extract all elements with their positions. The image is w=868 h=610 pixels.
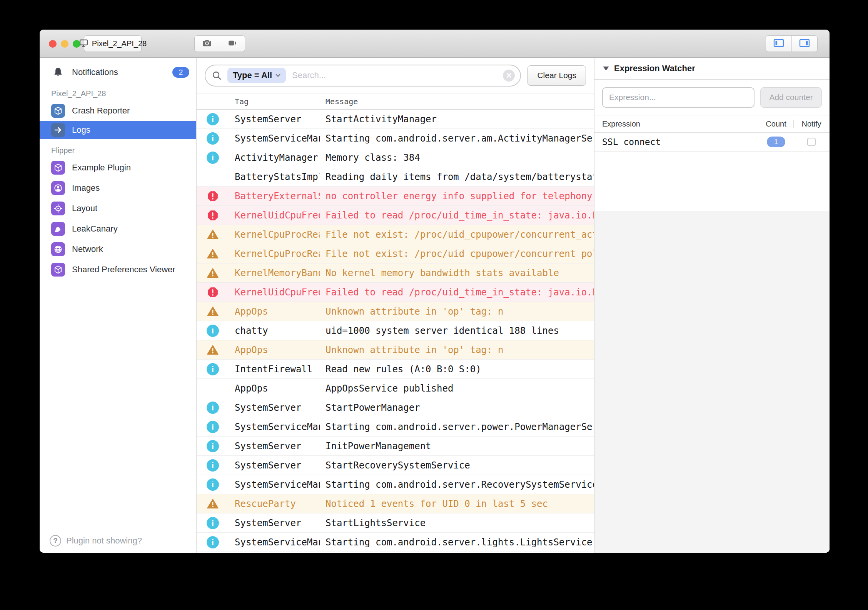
sidebar-item-notifications[interactable]: Notifications 2 bbox=[40, 62, 196, 82]
log-row[interactable]: i IntentFirewall Read new rules (A:0 B:0… bbox=[197, 360, 594, 379]
toggle-right-panel-button[interactable] bbox=[791, 36, 817, 52]
type-filter-chip[interactable]: Type = All bbox=[227, 68, 286, 83]
minimize-window-button[interactable] bbox=[61, 40, 68, 48]
info-icon: i bbox=[197, 421, 229, 433]
watcher-empty-space bbox=[594, 152, 830, 211]
sidebar-item-images[interactable]: Images bbox=[40, 178, 196, 198]
log-row[interactable]: i SystemServiceManager Starting com.andr… bbox=[197, 129, 594, 148]
log-message: StartActivityManager bbox=[320, 114, 594, 125]
sidebar-item-label: Example Plugin bbox=[72, 163, 131, 173]
log-row[interactable]: BatteryExternalStatsWorker no controller… bbox=[197, 187, 594, 206]
traffic-lights bbox=[49, 40, 80, 48]
log-tag: AppOps bbox=[229, 306, 320, 317]
device-selector-button[interactable]: Pixel_2_API_28 bbox=[84, 35, 142, 52]
log-tag: chatty bbox=[229, 325, 320, 336]
log-tag: IntentFirewall bbox=[229, 364, 320, 375]
log-row[interactable]: i SystemServer StartRecoverySystemServic… bbox=[197, 456, 594, 475]
monitor-icon bbox=[79, 38, 88, 50]
log-message: Reading daily items from /data/system/ba… bbox=[320, 172, 594, 182]
bird-icon bbox=[51, 222, 65, 236]
globe-icon bbox=[51, 242, 65, 256]
log-tag: SystemServiceManager bbox=[229, 537, 320, 548]
sidebar-item-logs[interactable]: Logs bbox=[40, 121, 196, 139]
cube-icon bbox=[51, 161, 65, 175]
log-row[interactable]: AppOps Unknown attribute in 'op' tag: n bbox=[197, 340, 594, 360]
clear-logs-button[interactable]: Clear Logs bbox=[527, 65, 586, 86]
log-row[interactable]: i SystemServiceManager Starting com.andr… bbox=[197, 475, 594, 494]
log-message: Failed to read /proc/uid_time_in_state: … bbox=[320, 210, 594, 221]
log-message: uid=1000 system_server identical 188 lin… bbox=[320, 325, 594, 336]
capture-controls bbox=[194, 35, 245, 52]
warning-icon bbox=[197, 306, 229, 317]
log-row[interactable]: AppOps AppOpsService published bbox=[197, 379, 594, 398]
search-box[interactable]: Type = All bbox=[205, 65, 521, 87]
sidebar-item-label: Notifications bbox=[72, 67, 118, 77]
log-tag: SystemServer bbox=[229, 460, 320, 471]
warning-icon bbox=[197, 267, 229, 279]
log-row[interactable]: KernelCpuProcReader File not exist: /pro… bbox=[197, 225, 594, 244]
log-row[interactable]: AppOps Unknown attribute in 'op' tag: n bbox=[197, 302, 594, 321]
log-message: Noticed 1 events for UID 0 in last 5 sec bbox=[320, 498, 594, 509]
log-row[interactable]: i SystemServer StartLightsService bbox=[197, 513, 594, 533]
log-row[interactable]: KernelUidCpuFreqTimeReader Failed to rea… bbox=[197, 283, 594, 302]
sidebar-item-leakcanary[interactable]: LeakCanary bbox=[40, 218, 196, 239]
log-row[interactable]: KernelUidCpuFreqTimeReader Failed to rea… bbox=[197, 206, 594, 225]
log-tag: KernelUidCpuFreqTimeReader bbox=[229, 210, 320, 221]
right-panel-empty-area bbox=[594, 211, 830, 553]
sidebar-item-example-plugin[interactable]: Example Plugin bbox=[40, 157, 196, 178]
warning-icon bbox=[197, 229, 229, 240]
log-row[interactable]: RescueParty Noticed 1 events for UID 0 i… bbox=[197, 494, 594, 513]
expression-input[interactable] bbox=[602, 87, 754, 108]
camera-icon bbox=[202, 38, 212, 50]
sidebar-item-crash-reporter[interactable]: Crash Reporter bbox=[40, 100, 196, 121]
log-tag: KernelMemoryBandwidthStats bbox=[229, 268, 320, 278]
screenshot-button[interactable] bbox=[195, 36, 220, 52]
close-window-button[interactable] bbox=[49, 40, 57, 48]
info-icon: i bbox=[197, 536, 229, 548]
video-camera-icon bbox=[227, 38, 237, 50]
log-tag: SystemServiceManager bbox=[229, 133, 320, 144]
expression-watcher-header[interactable]: Expression Watcher bbox=[594, 58, 830, 80]
watcher-row[interactable]: SSL_connect 1 bbox=[594, 133, 830, 152]
log-row[interactable]: i ActivityManager Memory class: 384 bbox=[197, 148, 594, 167]
search-input[interactable] bbox=[291, 70, 497, 81]
warning-icon bbox=[197, 248, 229, 260]
log-message: StartRecoverySystemService bbox=[320, 460, 594, 471]
log-tag: SystemServer bbox=[229, 441, 320, 452]
log-message: StartLightsService bbox=[320, 518, 594, 528]
plugin-help-link[interactable]: ? Plugin not showing? bbox=[50, 535, 142, 547]
chevron-down-icon bbox=[275, 74, 280, 77]
add-counter-button[interactable]: Add counter bbox=[760, 87, 822, 108]
log-tag: RescueParty bbox=[229, 498, 320, 509]
log-tag: KernelCpuProcReader bbox=[229, 248, 320, 259]
log-message: Starting com.android.server.am.ActivityM… bbox=[320, 133, 594, 144]
log-tag: SystemServer bbox=[229, 114, 320, 125]
log-row[interactable]: i SystemServiceManager Starting com.andr… bbox=[197, 533, 594, 552]
log-row[interactable]: KernelCpuProcReader File not exist: /pro… bbox=[197, 244, 594, 263]
flipper-window: Pixel_2_API_28 bbox=[40, 30, 830, 553]
log-row[interactable]: i SystemServer StartPowerManager bbox=[197, 398, 594, 417]
log-header-message: Message bbox=[320, 97, 594, 106]
log-message: File not exist: /proc/uid_cpupower/concu… bbox=[320, 248, 594, 259]
log-row[interactable]: i SystemServer InitPowerManagement bbox=[197, 437, 594, 456]
log-message: Starting com.android.server.power.PowerM… bbox=[320, 422, 594, 432]
sidebar-item-shared-preferences[interactable]: Shared Preferences Viewer bbox=[40, 259, 196, 280]
toggle-left-panel-button[interactable] bbox=[766, 36, 791, 52]
log-tag: SystemServer bbox=[229, 402, 320, 413]
log-row[interactable]: KernelMemoryBandwidthStats No kernel mem… bbox=[197, 263, 594, 283]
notify-checkbox[interactable] bbox=[807, 138, 816, 146]
watcher-table-header: Expression Count Notify bbox=[594, 115, 830, 133]
sidebar-item-network[interactable]: Network bbox=[40, 239, 196, 259]
log-table-body: i SystemServer StartActivityManager i Sy… bbox=[197, 110, 594, 553]
clear-search-icon[interactable] bbox=[503, 70, 515, 82]
watcher-header-notify: Notify bbox=[793, 115, 830, 132]
sidebar-item-layout[interactable]: Layout bbox=[40, 198, 196, 218]
warning-icon bbox=[197, 498, 229, 510]
log-row[interactable]: BatteryStatsImpl Reading daily items fro… bbox=[197, 167, 594, 187]
screen-record-button[interactable] bbox=[220, 36, 245, 52]
log-row[interactable]: i SystemServer StartActivityManager bbox=[197, 110, 594, 129]
left-panel-icon bbox=[773, 38, 785, 49]
sidebar-item-label: LeakCanary bbox=[72, 224, 118, 234]
log-row[interactable]: i SystemServiceManager Starting com.andr… bbox=[197, 417, 594, 437]
log-row[interactable]: i chatty uid=1000 system_server identica… bbox=[197, 321, 594, 340]
